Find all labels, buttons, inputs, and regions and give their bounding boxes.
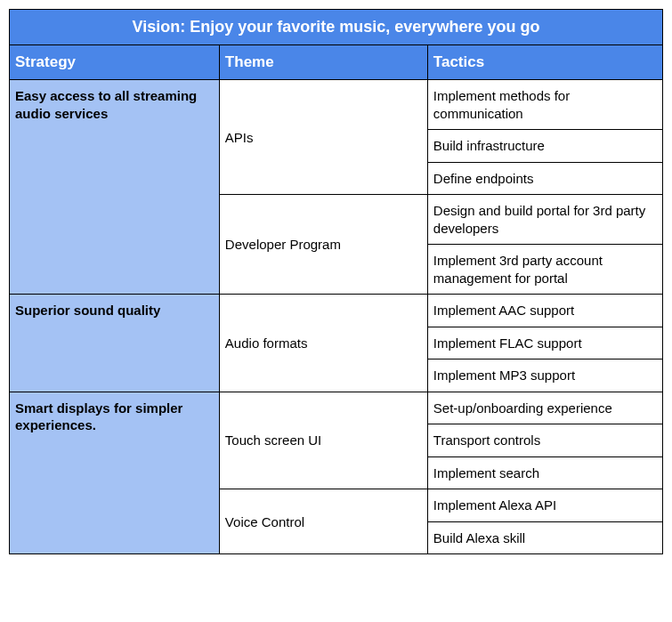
theme-cell: Voice Control <box>219 489 427 554</box>
tactic-cell: Implement MP3 support <box>427 359 662 392</box>
theme-cell: Audio formats <box>219 295 427 392</box>
theme-cell: APIs <box>219 80 427 195</box>
tactic-cell: Implement FLAC support <box>427 327 662 359</box>
header-tactics: Tactics <box>427 45 662 80</box>
tactic-cell: Implement AAC support <box>427 295 662 327</box>
tactic-cell: Implement methods for communication <box>427 80 662 130</box>
header-strategy: Strategy <box>10 45 220 80</box>
tactic-cell: Define endpoints <box>427 162 662 195</box>
table-row: Easy access to all streaming audio servi… <box>10 80 663 130</box>
header-row: Strategy Theme Tactics <box>10 45 663 80</box>
strategy-cell: Superior sound quality <box>10 295 220 392</box>
strategy-cell: Smart displays for simpler experiences. <box>10 392 220 554</box>
table-row: Superior sound quality Audio formats Imp… <box>10 295 663 327</box>
tactic-cell: Implement Alexa API <box>427 489 662 522</box>
tactic-cell: Build infrastructure <box>427 130 662 163</box>
strategy-cell: Easy access to all streaming audio servi… <box>10 80 220 295</box>
tactic-cell: Implement search <box>427 456 662 489</box>
tactic-cell: Implement 3rd party account management f… <box>427 245 662 295</box>
theme-cell: Touch screen UI <box>219 392 427 489</box>
vision-strategy-table: Vision: Enjoy your favorite music, every… <box>9 9 663 554</box>
vision-cell: Vision: Enjoy your favorite music, every… <box>10 10 663 45</box>
vision-row: Vision: Enjoy your favorite music, every… <box>10 10 663 45</box>
theme-cell: Developer Program <box>219 195 427 295</box>
tactic-cell: Transport controls <box>427 424 662 457</box>
tactic-cell: Build Alexa skill <box>427 521 662 554</box>
tactic-cell: Design and build portal for 3rd party de… <box>427 195 662 245</box>
tactic-cell: Set-up/onboarding experience <box>427 392 662 424</box>
header-theme: Theme <box>219 45 427 80</box>
table-row: Smart displays for simpler experiences. … <box>10 392 663 424</box>
